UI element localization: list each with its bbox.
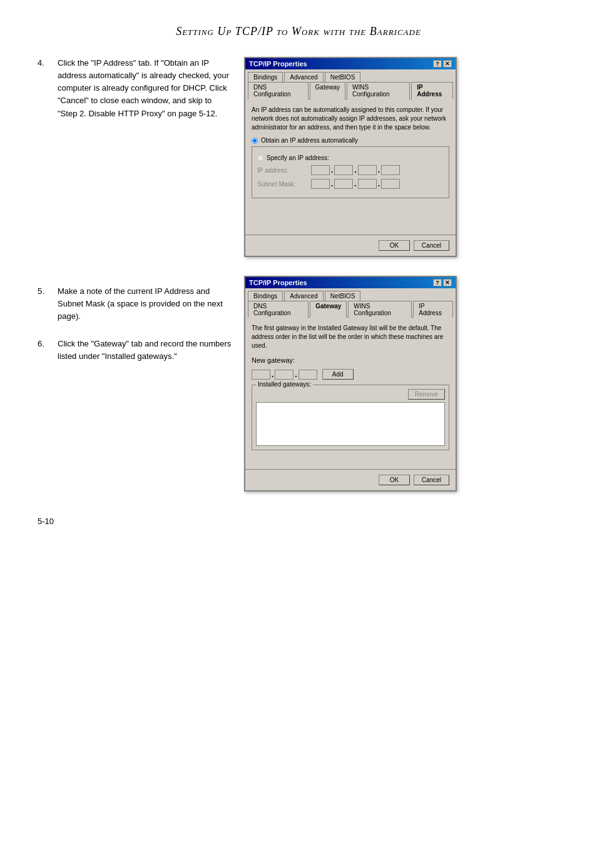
tab2-advanced[interactable]: Advanced [284,291,323,301]
remove-gateway-button[interactable]: Remove [408,389,445,400]
gw-octet-3[interactable] [298,370,317,380]
step-5: 5. Make a note of the current IP Address… [38,285,232,323]
step-5-number: 5. [38,285,50,323]
ip-octet-3[interactable] [358,165,377,175]
installed-gateways-label: Installed gateways: [256,381,313,388]
tab2-netbios[interactable]: NetBIOS [325,291,360,301]
dialog-2-buttons: ? ✕ [433,279,452,286]
ip-octet-1[interactable] [311,165,330,175]
dialog-1-body-text: An IP address can be automatically assig… [252,106,449,132]
add-gateway-button[interactable]: Add [322,369,354,380]
tab-advanced[interactable]: Advanced [284,72,323,82]
dialog-tcpip-gateway: TCP/IP Properties ? ✕ Bindings Advanced … [244,276,457,492]
subnet-mask-field: . . . [311,179,400,189]
step-4-text: Click the "IP Address" tab. If "Obtain a… [58,57,232,120]
radio-specify-ip[interactable]: Specify an IP address: [257,154,444,161]
installed-gateways-list[interactable] [256,402,445,446]
tab-netbios[interactable]: NetBIOS [325,72,360,82]
step-6-text: Click the "Gateway" tab and record the n… [58,338,232,363]
page-number: 5-10 [38,517,559,526]
dialog-2-body-text: The first gateway in the Installed Gatew… [252,324,449,350]
radio-group-ip: Obtain an IP address automatically Speci… [252,137,449,198]
dialog-2-cancel-button[interactable]: Cancel [414,475,449,485]
new-gateway-field: . . [252,370,317,380]
tab2-gateway[interactable]: Gateway [310,301,347,318]
dialog-2-help-button[interactable]: ? [433,279,442,286]
dialog-1-buttons: ? ✕ [433,60,452,68]
dialog-1-ok-button[interactable]: OK [379,240,410,251]
tab-gateway[interactable]: Gateway [310,82,345,99]
gw-octet-1[interactable] [252,370,270,380]
step-6: 6. Click the "Gateway" tab and record th… [38,338,232,363]
tab-ip-address[interactable]: IP Address [411,82,453,99]
step-5-text: Make a note of the current IP Address an… [58,285,232,323]
dialog-2-footer: OK Cancel [245,469,456,490]
ip-address-field: . . . [311,165,400,175]
dialog-2-titlebar: TCP/IP Properties ? ✕ [245,277,456,288]
dialog-2-title: TCP/IP Properties [249,279,307,286]
dialog-1-titlebar: TCP/IP Properties ? ✕ [245,58,456,69]
tab2-dns-config[interactable]: DNS Configuration [248,301,309,318]
ip-address-label: IP address: [257,167,307,174]
radio-obtain-auto-label: Obtain an IP address automatically [261,137,358,144]
tab-dns-config[interactable]: DNS Configuration [248,82,309,99]
new-gateway-row: . . Add [252,369,449,380]
subnet-octet-1[interactable] [311,179,330,189]
dialog-1-cancel-button[interactable]: Cancel [414,240,449,251]
specify-ip-group: Specify an IP address: IP address: . . [252,146,449,198]
radio-specify-ip-label: Specify an IP address: [267,154,329,161]
subnet-mask-label: Subnet Mask: [257,181,307,188]
tab2-wins-config[interactable]: WINS Configuration [348,301,412,318]
tab-wins-config[interactable]: WINS Configuration [347,82,410,99]
step-4: 4. Click the "IP Address" tab. If "Obtai… [38,57,232,120]
gw-octet-2[interactable] [275,370,293,380]
tab2-bindings[interactable]: Bindings [248,291,283,301]
radio-obtain-auto-input[interactable] [252,138,258,144]
dialog-1-close-button[interactable]: ✕ [443,60,452,68]
new-gateway-label: New gateway: [252,356,449,364]
radio-specify-ip-input[interactable] [257,155,263,161]
dialog-1-title: TCP/IP Properties [249,60,307,68]
dialog-2-ok-button[interactable]: OK [379,475,410,485]
ip-address-row: IP address: . . . [257,165,444,175]
dialog-1-help-button[interactable]: ? [433,60,442,68]
page-title: Setting Up TCP/IP to Work with the Barri… [38,25,559,38]
ip-octet-2[interactable] [334,165,353,175]
subnet-octet-4[interactable] [381,179,400,189]
installed-gateways-group: Installed gateways: Remove [252,385,449,450]
dialog-1-footer: OK Cancel [245,235,456,256]
tab2-ip-address[interactable]: IP Address [413,301,453,318]
tab-bindings[interactable]: Bindings [248,72,283,82]
subnet-mask-row: Subnet Mask: . . . [257,179,444,189]
step-6-number: 6. [38,338,50,363]
radio-obtain-auto[interactable]: Obtain an IP address automatically [252,137,449,144]
subnet-octet-3[interactable] [358,179,377,189]
dialog-2-close-button[interactable]: ✕ [443,279,452,286]
ip-octet-4[interactable] [381,165,400,175]
subnet-octet-2[interactable] [334,179,353,189]
dialog-tcpip-ip: TCP/IP Properties ? ✕ Bindings Advanced … [244,57,457,257]
step-4-number: 4. [38,57,50,120]
